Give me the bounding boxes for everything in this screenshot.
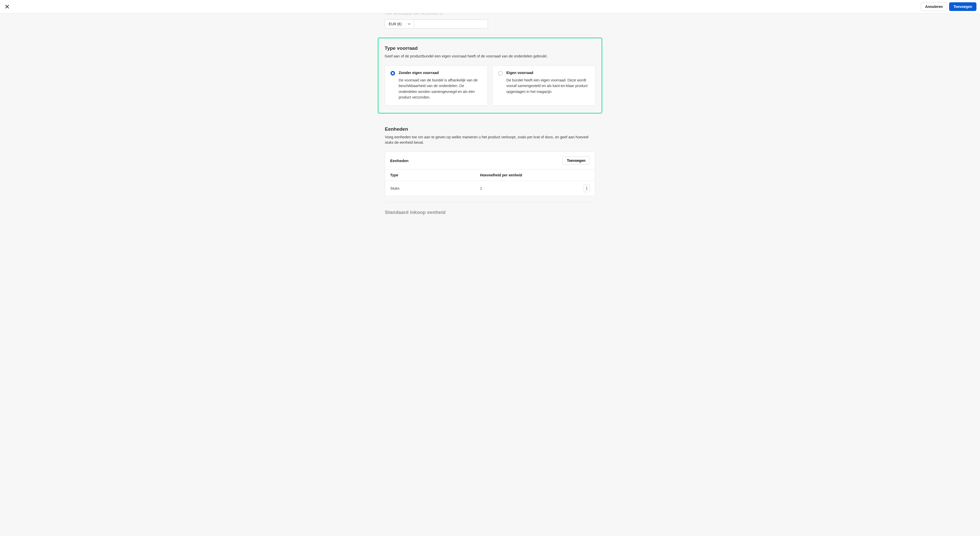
column-header-actions: [574, 173, 590, 177]
next-section-title-partial: Standaard inkoop eenheid: [385, 202, 595, 215]
cancel-button[interactable]: Annuleren: [921, 2, 947, 11]
cost-price-input[interactable]: [414, 19, 488, 29]
units-section: Eenheden Voeg eenheden toe om aan te gev…: [385, 116, 595, 202]
modal-header: Annuleren Toevoegen: [0, 0, 980, 13]
currency-input-group: EUR (€): [385, 19, 595, 29]
radio-option-title: Zonder eigen voorraad: [399, 71, 482, 75]
stock-type-section: Type voorraad Geef aan of de productbund…: [378, 38, 602, 114]
header-actions: Annuleren Toevoegen: [921, 2, 977, 11]
radio-selected-icon: [390, 71, 395, 76]
units-card: Eenheden Toevoegen Type Hoeveelheid per …: [385, 152, 595, 196]
radio-unselected-icon: [498, 71, 503, 76]
currency-selector[interactable]: EUR (€): [385, 19, 414, 29]
table-row: Stuks 1: [385, 181, 595, 196]
form-content: Voer de kostprijs van het product in. EU…: [385, 13, 595, 225]
add-button[interactable]: Toevoegen: [949, 2, 977, 11]
radio-option-description: De bundel heeft een eigen voorraad. Deze…: [506, 77, 590, 94]
kebab-icon: [586, 186, 587, 190]
svg-point-3: [586, 188, 587, 189]
row-actions-button[interactable]: [584, 184, 590, 192]
radio-content: Zonder eigen voorraad De voorraad van de…: [399, 71, 482, 100]
unit-quantity-cell: 1: [480, 186, 574, 191]
chevron-down-icon: [408, 23, 410, 25]
units-card-title: Eenheden: [390, 159, 409, 163]
main-content: Voer de kostprijs van het product in. EU…: [0, 0, 980, 225]
unit-type-cell: Stuks: [390, 186, 480, 191]
add-unit-button[interactable]: Toevoegen: [563, 156, 590, 165]
stock-type-options: Zonder eigen voorraad De voorraad van de…: [385, 65, 595, 106]
close-icon: [5, 4, 10, 9]
svg-point-2: [586, 187, 587, 188]
close-button[interactable]: [3, 3, 11, 10]
units-title: Eenheden: [385, 126, 595, 132]
column-header-quantity: Hoeveelheid per eenheid: [480, 173, 574, 177]
radio-option-title: Eigen voorraad: [506, 71, 590, 75]
stock-option-own[interactable]: Eigen voorraad De bundel heeft een eigen…: [492, 65, 595, 106]
stock-option-without-own[interactable]: Zonder eigen voorraad De voorraad van de…: [385, 65, 488, 106]
stock-type-description: Geef aan of de productbundel een eigen v…: [385, 54, 595, 59]
cost-price-section: Voer de kostprijs van het product in. EU…: [385, 11, 595, 29]
svg-point-4: [586, 189, 587, 190]
currency-label: EUR (€): [389, 22, 402, 26]
units-description: Voeg eenheden toe om aan te geven op wel…: [385, 135, 595, 146]
unit-actions-cell: [574, 184, 590, 192]
units-table-header: Type Hoeveelheid per eenheid: [385, 170, 595, 181]
radio-content: Eigen voorraad De bundel heeft een eigen…: [506, 71, 590, 100]
radio-option-description: De voorraad van de bundel is afhankelijk…: [399, 77, 482, 100]
column-header-type: Type: [390, 173, 480, 177]
stock-type-title: Type voorraad: [385, 45, 595, 51]
units-card-header: Eenheden Toevoegen: [385, 152, 595, 170]
divider: [385, 35, 595, 35]
